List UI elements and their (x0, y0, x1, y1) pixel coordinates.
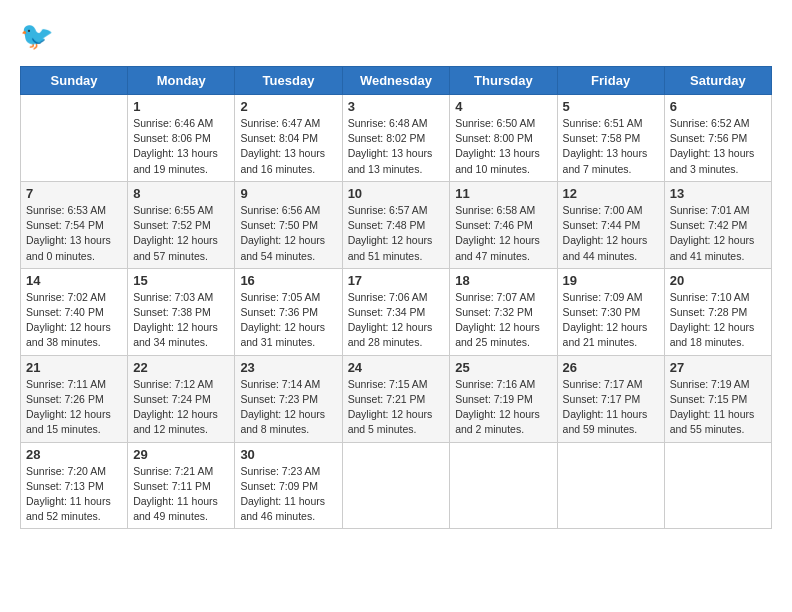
calendar-cell: 20 Sunrise: 7:10 AM Sunset: 7:28 PM Dayl… (664, 268, 771, 355)
daylight-hours: Daylight: 12 hours and 47 minutes. (455, 234, 540, 261)
calendar-week-2: 7 Sunrise: 6:53 AM Sunset: 7:54 PM Dayli… (21, 181, 772, 268)
calendar-cell: 27 Sunrise: 7:19 AM Sunset: 7:15 PM Dayl… (664, 355, 771, 442)
sunrise-time: Sunrise: 7:15 AM (348, 378, 428, 390)
sunset-time: Sunset: 7:36 PM (240, 306, 318, 318)
day-number: 13 (670, 186, 766, 201)
sunset-time: Sunset: 7:56 PM (670, 132, 748, 144)
day-info: Sunrise: 7:14 AM Sunset: 7:23 PM Dayligh… (240, 377, 336, 438)
sunset-time: Sunset: 7:28 PM (670, 306, 748, 318)
sunrise-time: Sunrise: 7:09 AM (563, 291, 643, 303)
calendar-body: 1 Sunrise: 6:46 AM Sunset: 8:06 PM Dayli… (21, 95, 772, 529)
day-info: Sunrise: 7:07 AM Sunset: 7:32 PM Dayligh… (455, 290, 551, 351)
daylight-hours: Daylight: 13 hours and 0 minutes. (26, 234, 111, 261)
calendar-header-sunday: Sunday (21, 67, 128, 95)
day-info: Sunrise: 7:01 AM Sunset: 7:42 PM Dayligh… (670, 203, 766, 264)
day-info: Sunrise: 7:05 AM Sunset: 7:36 PM Dayligh… (240, 290, 336, 351)
calendar-cell: 28 Sunrise: 7:20 AM Sunset: 7:13 PM Dayl… (21, 442, 128, 529)
sunrise-time: Sunrise: 7:17 AM (563, 378, 643, 390)
calendar-table: SundayMondayTuesdayWednesdayThursdayFrid… (20, 66, 772, 529)
calendar-week-4: 21 Sunrise: 7:11 AM Sunset: 7:26 PM Dayl… (21, 355, 772, 442)
sunrise-time: Sunrise: 6:55 AM (133, 204, 213, 216)
daylight-hours: Daylight: 13 hours and 13 minutes. (348, 147, 433, 174)
day-number: 29 (133, 447, 229, 462)
calendar-cell: 8 Sunrise: 6:55 AM Sunset: 7:52 PM Dayli… (128, 181, 235, 268)
sunset-time: Sunset: 7:58 PM (563, 132, 641, 144)
day-number: 2 (240, 99, 336, 114)
calendar-header-row: SundayMondayTuesdayWednesdayThursdayFrid… (21, 67, 772, 95)
sunrise-time: Sunrise: 7:23 AM (240, 465, 320, 477)
day-number: 20 (670, 273, 766, 288)
sunset-time: Sunset: 7:42 PM (670, 219, 748, 231)
daylight-hours: Daylight: 12 hours and 25 minutes. (455, 321, 540, 348)
day-info: Sunrise: 6:47 AM Sunset: 8:04 PM Dayligh… (240, 116, 336, 177)
sunrise-time: Sunrise: 7:19 AM (670, 378, 750, 390)
day-number: 25 (455, 360, 551, 375)
day-number: 27 (670, 360, 766, 375)
sunset-time: Sunset: 7:19 PM (455, 393, 533, 405)
daylight-hours: Daylight: 12 hours and 54 minutes. (240, 234, 325, 261)
day-info: Sunrise: 7:00 AM Sunset: 7:44 PM Dayligh… (563, 203, 659, 264)
daylight-hours: Daylight: 13 hours and 3 minutes. (670, 147, 755, 174)
calendar-header-friday: Friday (557, 67, 664, 95)
sunset-time: Sunset: 7:48 PM (348, 219, 426, 231)
sunset-time: Sunset: 7:46 PM (455, 219, 533, 231)
day-info: Sunrise: 6:53 AM Sunset: 7:54 PM Dayligh… (26, 203, 122, 264)
daylight-hours: Daylight: 11 hours and 59 minutes. (563, 408, 648, 435)
sunset-time: Sunset: 7:50 PM (240, 219, 318, 231)
day-info: Sunrise: 7:12 AM Sunset: 7:24 PM Dayligh… (133, 377, 229, 438)
day-number: 19 (563, 273, 659, 288)
day-number: 23 (240, 360, 336, 375)
day-info: Sunrise: 6:56 AM Sunset: 7:50 PM Dayligh… (240, 203, 336, 264)
day-number: 10 (348, 186, 445, 201)
calendar-week-3: 14 Sunrise: 7:02 AM Sunset: 7:40 PM Dayl… (21, 268, 772, 355)
day-info: Sunrise: 7:09 AM Sunset: 7:30 PM Dayligh… (563, 290, 659, 351)
daylight-hours: Daylight: 12 hours and 44 minutes. (563, 234, 648, 261)
calendar-cell: 22 Sunrise: 7:12 AM Sunset: 7:24 PM Dayl… (128, 355, 235, 442)
sunset-time: Sunset: 7:30 PM (563, 306, 641, 318)
sunrise-time: Sunrise: 6:48 AM (348, 117, 428, 129)
day-info: Sunrise: 6:48 AM Sunset: 8:02 PM Dayligh… (348, 116, 445, 177)
day-info: Sunrise: 7:20 AM Sunset: 7:13 PM Dayligh… (26, 464, 122, 525)
daylight-hours: Daylight: 12 hours and 38 minutes. (26, 321, 111, 348)
daylight-hours: Daylight: 12 hours and 15 minutes. (26, 408, 111, 435)
daylight-hours: Daylight: 12 hours and 18 minutes. (670, 321, 755, 348)
sunset-time: Sunset: 7:54 PM (26, 219, 104, 231)
calendar-cell: 2 Sunrise: 6:47 AM Sunset: 8:04 PM Dayli… (235, 95, 342, 182)
calendar-cell (557, 442, 664, 529)
day-number: 26 (563, 360, 659, 375)
daylight-hours: Daylight: 11 hours and 55 minutes. (670, 408, 755, 435)
day-number: 14 (26, 273, 122, 288)
day-info: Sunrise: 6:55 AM Sunset: 7:52 PM Dayligh… (133, 203, 229, 264)
sunset-time: Sunset: 7:34 PM (348, 306, 426, 318)
calendar-cell: 23 Sunrise: 7:14 AM Sunset: 7:23 PM Dayl… (235, 355, 342, 442)
sunrise-time: Sunrise: 6:46 AM (133, 117, 213, 129)
sunrise-time: Sunrise: 6:52 AM (670, 117, 750, 129)
daylight-hours: Daylight: 12 hours and 28 minutes. (348, 321, 433, 348)
sunset-time: Sunset: 8:00 PM (455, 132, 533, 144)
sunrise-time: Sunrise: 6:57 AM (348, 204, 428, 216)
daylight-hours: Daylight: 13 hours and 19 minutes. (133, 147, 218, 174)
daylight-hours: Daylight: 12 hours and 21 minutes. (563, 321, 648, 348)
day-number: 22 (133, 360, 229, 375)
sunrise-time: Sunrise: 6:50 AM (455, 117, 535, 129)
sunrise-time: Sunrise: 6:58 AM (455, 204, 535, 216)
day-number: 21 (26, 360, 122, 375)
sunset-time: Sunset: 7:38 PM (133, 306, 211, 318)
sunset-time: Sunset: 7:40 PM (26, 306, 104, 318)
calendar-cell: 24 Sunrise: 7:15 AM Sunset: 7:21 PM Dayl… (342, 355, 450, 442)
calendar-cell (664, 442, 771, 529)
daylight-hours: Daylight: 13 hours and 16 minutes. (240, 147, 325, 174)
day-number: 12 (563, 186, 659, 201)
day-info: Sunrise: 7:02 AM Sunset: 7:40 PM Dayligh… (26, 290, 122, 351)
calendar-cell (21, 95, 128, 182)
calendar-header-thursday: Thursday (450, 67, 557, 95)
calendar-cell: 30 Sunrise: 7:23 AM Sunset: 7:09 PM Dayl… (235, 442, 342, 529)
sunset-time: Sunset: 8:02 PM (348, 132, 426, 144)
day-info: Sunrise: 6:57 AM Sunset: 7:48 PM Dayligh… (348, 203, 445, 264)
day-number: 30 (240, 447, 336, 462)
page-header: 🐦 (20, 20, 772, 56)
calendar-week-1: 1 Sunrise: 6:46 AM Sunset: 8:06 PM Dayli… (21, 95, 772, 182)
calendar-cell (342, 442, 450, 529)
calendar-cell: 3 Sunrise: 6:48 AM Sunset: 8:02 PM Dayli… (342, 95, 450, 182)
day-info: Sunrise: 6:52 AM Sunset: 7:56 PM Dayligh… (670, 116, 766, 177)
